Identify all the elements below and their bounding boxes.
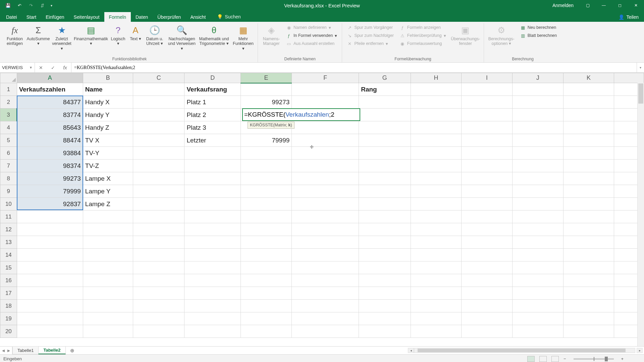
cell-E20[interactable] [240,325,291,338]
btn-autosumme[interactable]: Σ AutoSumme ▾ [27,23,50,47]
cell-J20[interactable] [512,325,563,338]
cell-B19[interactable] [83,312,133,325]
cell-F20[interactable] [292,325,359,338]
cell-K11[interactable] [563,210,614,223]
insert-function-button[interactable]: fx [59,65,71,70]
cell-H14[interactable] [411,249,462,261]
cell-K1[interactable] [563,83,614,96]
zoom-out-button[interactable]: − [564,356,566,361]
cell-F15[interactable] [292,261,359,274]
cell-J4[interactable] [512,121,563,134]
view-page-layout[interactable] [539,356,547,362]
cell-B9[interactable]: Lampe Y [83,185,133,198]
col-header-I[interactable]: I [462,73,513,83]
cell-C13[interactable] [133,236,184,249]
cell-A17[interactable] [17,287,83,300]
row-header-12[interactable]: 12 [0,223,17,236]
confirm-edit-button[interactable]: ✓ [47,65,59,70]
cell-J12[interactable] [512,223,563,236]
cell-J7[interactable] [512,160,563,172]
view-page-break[interactable] [551,356,559,362]
cell-A15[interactable] [17,261,83,274]
cell-J16[interactable] [512,274,563,287]
cell-I10[interactable] [462,198,513,210]
btn-mehr-funktionen[interactable]: ▦ Mehr Funktionen ▾ [231,23,256,52]
cell-A8[interactable]: 99273 [17,172,83,185]
cell-C14[interactable] [133,249,184,261]
cell-H12[interactable] [411,223,462,236]
spreadsheet-grid[interactable]: A B C D E F G H I J K 1VerkaufszahlenNam… [0,73,644,346]
cell-G18[interactable] [359,300,411,312]
cell-B13[interactable] [83,236,133,249]
cell-F10[interactable] [292,198,359,210]
cell-E19[interactable] [240,312,291,325]
cell-K2[interactable] [563,96,614,109]
cell-H18[interactable] [411,300,462,312]
cell-G2[interactable] [359,96,411,109]
cell-G7[interactable] [359,160,411,172]
btn-finanzmathematik[interactable]: ▤ Finanzmathematik ▾ [74,23,108,47]
cell-B18[interactable] [83,300,133,312]
cell-A11[interactable] [17,210,83,223]
cell-A6[interactable]: 93884 [17,147,83,160]
cell-E16[interactable] [240,274,291,287]
cell-J11[interactable] [512,210,563,223]
minimize-button[interactable]: — [596,0,612,11]
col-header-F[interactable]: F [292,73,359,83]
cell-I17[interactable] [462,287,513,300]
cell-F7[interactable] [292,160,359,172]
cell-E17[interactable] [240,287,291,300]
cell-E15[interactable] [240,261,291,274]
cell-J6[interactable] [512,147,563,160]
close-button[interactable]: ✕ [628,0,644,11]
expand-formula-bar-button[interactable]: ▾ [637,63,644,72]
cell-B7[interactable]: TV-Z [83,160,133,172]
col-header-D[interactable]: D [184,73,240,83]
share-button[interactable]: 👤 Teilen [613,12,644,22]
cell-D17[interactable] [184,287,240,300]
tab-start[interactable]: Start [22,12,41,22]
row-header-15[interactable]: 15 [0,261,17,274]
cell-G19[interactable] [359,312,411,325]
cell-I9[interactable] [462,185,513,198]
zoom-in-button[interactable]: + [621,356,624,361]
cell-I5[interactable] [462,134,513,147]
cell-I13[interactable] [462,236,513,249]
cell-K7[interactable] [563,160,614,172]
qat-customize-button[interactable]: ▾ [49,1,54,10]
cell-H2[interactable] [411,96,462,109]
col-header-K[interactable]: K [563,73,614,83]
cell-A16[interactable] [17,274,83,287]
vertical-scrollbar[interactable] [637,83,644,346]
cell-D9[interactable] [184,185,240,198]
cell-D5[interactable]: Letzter [184,134,240,147]
cell-G11[interactable] [359,210,411,223]
cell-K5[interactable] [563,134,614,147]
cell-A12[interactable] [17,223,83,236]
row-header-18[interactable]: 18 [0,300,17,312]
cell-F18[interactable] [292,300,359,312]
cell-F13[interactable] [292,236,359,249]
cell-B15[interactable] [83,261,133,274]
cell-K18[interactable] [563,300,614,312]
cell-I11[interactable] [462,210,513,223]
sheet-tab-tabelle1[interactable]: Tabelle1 [12,347,39,354]
cell-G17[interactable] [359,287,411,300]
cell-G12[interactable] [359,223,411,236]
cell-H11[interactable] [411,210,462,223]
cell-K16[interactable] [563,274,614,287]
tab-einfuegen[interactable]: Einfügen [41,12,69,22]
cell-G13[interactable] [359,236,411,249]
cell-I7[interactable] [462,160,513,172]
cell-D7[interactable] [184,160,240,172]
cell-G8[interactable] [359,172,411,185]
cell-G4[interactable] [359,121,411,134]
row-header-20[interactable]: 20 [0,325,17,338]
cell-E13[interactable] [240,236,291,249]
cell-H16[interactable] [411,274,462,287]
tab-ansicht[interactable]: Ansicht [185,12,210,22]
cell-E11[interactable] [240,210,291,223]
cell-F9[interactable] [292,185,359,198]
cell-C18[interactable] [133,300,184,312]
cell-E10[interactable] [240,198,291,210]
